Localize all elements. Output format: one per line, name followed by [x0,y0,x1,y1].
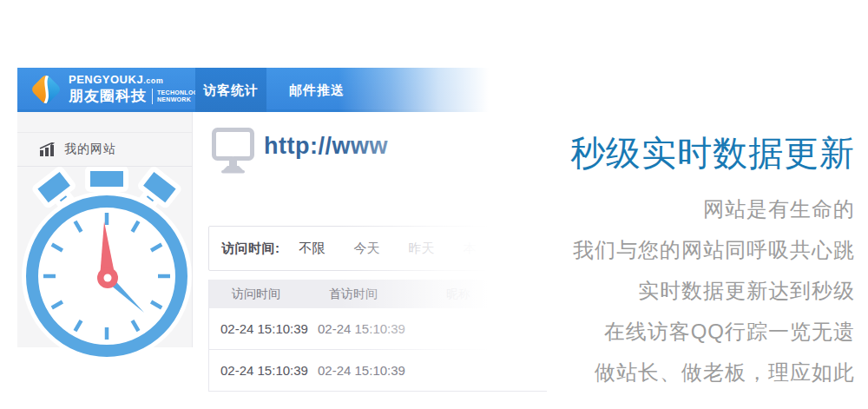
sidebar-item-label: 我的网站 [64,142,116,157]
hero-line: 网站是有生命的 [473,188,855,229]
cell-visit-time: 02-24 15:10:39 [220,308,318,349]
brand-name-cn: 朋友圈科技 [69,88,147,105]
filter-option-yesterday[interactable]: 昨天 [409,241,435,257]
app-header: PENGYOUKJ.com 朋友圈科技 TECHONLOGY NENWORK 访… [17,68,547,112]
brand-logo: PENGYOUKJ.com 朋友圈科技 TECHONLOGY NENWORK [29,72,202,107]
bar-chart-icon [39,142,56,156]
time-filter: 访问时间: 不限 今天 昨天 本 [208,226,512,271]
col-first-visit-time: 首访时间 [329,280,446,308]
cell-first-visit-time: 02-24 15:10:39 [318,308,435,349]
hero-line: 实时数据更新达到秒级 [473,270,855,311]
cell-visit-time: 02-24 15:10:39 [220,350,318,391]
page: PENGYOUKJ.com 朋友圈科技 TECHONLOGY NENWORK 访… [0,0,868,409]
brand-logo-icon [29,72,63,107]
cell-first-visit-time: 02-24 15:10:39 [318,350,435,391]
filter-option-unlimited[interactable]: 不限 [299,241,326,257]
hero-line: 在线访客QQ行踪一览无遗 [473,311,855,352]
hero-copy: 秒级实时数据更新 网站是有生命的 我们与您的网站同呼吸共心跳 实时数据更新达到秒… [473,129,855,393]
filter-label: 访问时间: [221,241,280,257]
brand-divider [152,89,153,104]
brand-name-en: PENGYOUKJ.com [69,74,202,87]
site-url: http://www [264,133,388,160]
monitor-icon [212,128,255,175]
filter-option-today[interactable]: 今天 [354,241,380,257]
brand-text: PENGYOUKJ.com 朋友圈科技 TECHONLOGY NENWORK [69,74,202,105]
site-row: http://www [212,128,388,175]
tab-visitor-stats[interactable]: 访客统计 [195,68,266,115]
col-visit-time: 访问时间 [232,280,329,308]
brand-domain-suffix: .com [143,76,163,85]
hero-line: 做站长、做老板，理应如此 [473,352,855,393]
stopwatch-illustration [14,167,198,366]
hero-title: 秒级实时数据更新 [473,129,855,177]
tab-email-push[interactable]: 邮件推送 [278,68,356,112]
sidebar-item-my-website[interactable]: 我的网站 [17,132,192,167]
hero-line: 我们与您的网站同呼吸共心跳 [473,229,855,270]
